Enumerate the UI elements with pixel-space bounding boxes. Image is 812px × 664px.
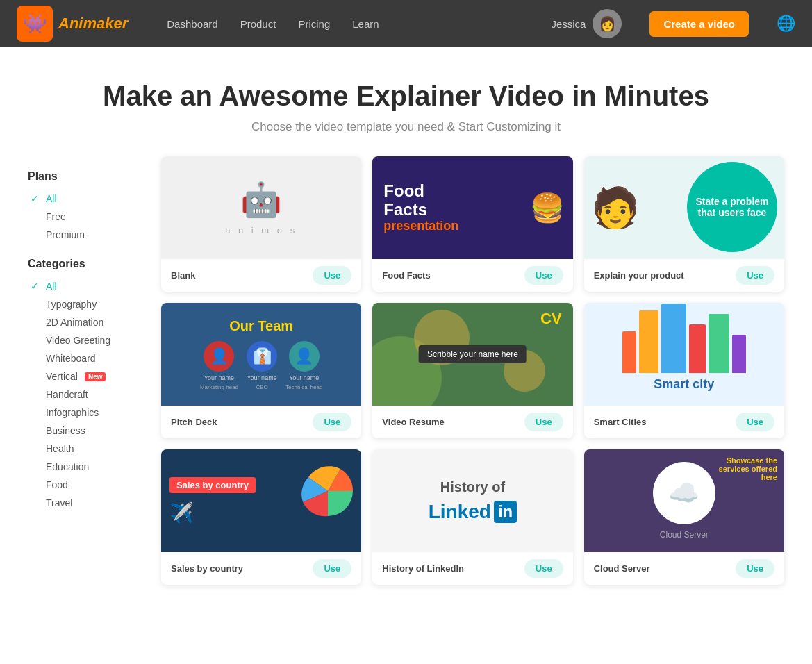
cat-infographics[interactable]: Infographics xyxy=(28,404,139,422)
template-thumb-smart: Smart city xyxy=(584,303,784,406)
cat-typography[interactable]: Typography xyxy=(28,295,139,313)
cat-handcraft-label: Handcraft xyxy=(46,389,88,400)
li-title: History of xyxy=(440,479,505,495)
use-button-food-facts[interactable]: Use xyxy=(524,266,563,285)
building-2 xyxy=(639,310,658,373)
plan-premium-label: Premium xyxy=(46,229,85,240)
use-button-blank[interactable]: Use xyxy=(313,266,351,285)
cat-health-label: Health xyxy=(46,443,74,454)
li-in: in xyxy=(494,501,517,523)
nav-link-dashboard[interactable]: Dashboard xyxy=(167,18,217,30)
nav-links: Dashboard Product Pricing Learn xyxy=(167,18,379,30)
template-card-blank: 🤖 a n i m o s Blank Use xyxy=(161,156,361,292)
hero-section: Make an Awesome Explainer Video in Minut… xyxy=(0,47,812,156)
pitch-avatar-1: 👤 Your name Marketing head xyxy=(200,341,238,390)
pitch-avatar-name-2: Your name xyxy=(247,374,276,381)
use-button-cloud[interactable]: Use xyxy=(736,559,774,578)
ff-icon: 🍔 xyxy=(530,192,565,224)
cat-vertical[interactable]: Vertical New xyxy=(28,367,139,385)
plan-free[interactable]: Free xyxy=(28,208,139,226)
cat-travel[interactable]: Travel xyxy=(28,494,139,512)
pitch-avatar-circle-2: 👔 xyxy=(247,341,277,372)
template-footer-explain: Explain your product Use xyxy=(584,259,784,292)
cat-typography-label: Typography xyxy=(46,299,97,310)
pitch-avatar-circle-1: 👤 xyxy=(204,341,234,372)
cat-travel-label: Travel xyxy=(46,497,72,508)
explain-character: 🧑 xyxy=(591,185,640,231)
navbar: 👾 Animaker Dashboard Product Pricing Lea… xyxy=(0,0,812,47)
template-footer-food-facts: Food Facts Use xyxy=(372,259,572,292)
cloud-center: ☁️ Cloud Server xyxy=(653,462,715,540)
check-icon: ✓ xyxy=(31,193,42,204)
template-name-resume: Video Resume xyxy=(382,417,444,427)
pitch-avatars: 👤 Your name Marketing head 👔 Your name C… xyxy=(200,341,323,390)
pitch-avatar-role-3: Technical head xyxy=(285,384,322,390)
nav-link-pricing[interactable]: Pricing xyxy=(298,18,330,30)
template-name-sales: Sales by country xyxy=(171,563,243,574)
robot-icon: 🤖 xyxy=(240,181,282,219)
template-card-cloud: ☁️ Cloud Server Showcase the services of… xyxy=(584,449,784,585)
plan-free-label: Free xyxy=(46,211,66,222)
template-card-sales: Sales by country ✈️ Sales by country Use xyxy=(161,449,361,585)
cat-all[interactable]: ✓ All xyxy=(28,277,139,295)
template-name-blank: Blank xyxy=(171,270,195,281)
globe-icon[interactable]: 🌐 xyxy=(777,15,795,33)
template-grid: 🤖 a n i m o s Blank Use FoodFacts presen… xyxy=(161,156,784,585)
template-thumb-pitch: Our Team 👤 Your name Marketing head 👔 Yo… xyxy=(161,303,361,406)
template-thumb-explain: 🧑 State a problem that users face xyxy=(584,156,784,259)
pitch-avatar-name-1: Your name xyxy=(204,374,234,381)
smart-buildings xyxy=(622,317,746,373)
template-name-linkedin: History of LinkedIn xyxy=(382,563,464,574)
cat-health[interactable]: Health xyxy=(28,440,139,458)
hero-subtitle: Choose the video template you need & Sta… xyxy=(17,120,795,134)
cat-whiteboard-label: Whiteboard xyxy=(46,353,96,364)
cat-vertical-label: Vertical xyxy=(46,371,78,382)
template-thumb-linkedin: History of Linked in xyxy=(372,449,572,552)
use-button-pitch[interactable]: Use xyxy=(313,413,351,431)
create-video-button[interactable]: Create a video xyxy=(649,11,749,37)
building-6 xyxy=(732,335,746,373)
cat-2d-animation[interactable]: 2D Animation xyxy=(28,313,139,331)
cat-check-icon: ✓ xyxy=(31,281,42,292)
building-3 xyxy=(661,304,686,373)
nav-link-product[interactable]: Product xyxy=(240,18,276,30)
pitch-avatar-role-1: Marketing head xyxy=(200,384,238,390)
use-button-linkedin[interactable]: Use xyxy=(524,559,563,578)
plan-all[interactable]: ✓ All xyxy=(28,190,139,208)
logo[interactable]: 👾 Animaker xyxy=(17,6,128,42)
cat-whiteboard[interactable]: Whiteboard xyxy=(28,349,139,367)
nav-link-learn[interactable]: Learn xyxy=(352,18,379,30)
use-button-explain[interactable]: Use xyxy=(736,266,774,285)
pitch-avatar-role-2: CEO xyxy=(256,384,267,390)
cat-food[interactable]: Food xyxy=(28,476,139,494)
plan-premium[interactable]: Premium xyxy=(28,226,139,244)
cat-business[interactable]: Business xyxy=(28,422,139,440)
cat-all-label: All xyxy=(46,281,57,292)
template-name-smart: Smart Cities xyxy=(594,417,647,427)
template-card-explain: 🧑 State a problem that users face Explai… xyxy=(584,156,784,292)
user-section: Jessica 👩 xyxy=(551,9,622,38)
template-card-pitch: Our Team 👤 Your name Marketing head 👔 Yo… xyxy=(161,303,361,438)
new-badge: New xyxy=(85,372,106,381)
smart-title: Smart city xyxy=(654,377,714,392)
use-button-resume[interactable]: Use xyxy=(524,413,563,431)
cat-education-label: Education xyxy=(46,461,89,472)
template-thumb-cloud: ☁️ Cloud Server Showcase the services of… xyxy=(584,449,784,552)
cat-handcraft[interactable]: Handcraft xyxy=(28,385,139,404)
avatar[interactable]: 👩 xyxy=(593,9,622,38)
hero-title: Make an Awesome Explainer Video in Minut… xyxy=(17,81,795,112)
plan-all-label: All xyxy=(46,193,57,204)
template-thumb-sales: Sales by country ✈️ xyxy=(161,449,361,552)
explain-bubble: State a problem that users face xyxy=(687,162,777,252)
cat-2d-label: 2D Animation xyxy=(46,317,103,328)
cat-video-greeting[interactable]: Video Greeting xyxy=(28,331,139,349)
li-logo: Linked in xyxy=(429,501,517,523)
template-footer-resume: Video Resume Use xyxy=(372,406,572,438)
pitch-avatar-2: 👔 Your name CEO xyxy=(247,341,277,390)
use-button-sales[interactable]: Use xyxy=(313,559,351,578)
template-name-food-facts: Food Facts xyxy=(382,270,430,281)
cat-education[interactable]: Education xyxy=(28,458,139,476)
ff-sub: presentation xyxy=(383,219,458,233)
use-button-smart[interactable]: Use xyxy=(736,413,774,431)
cat-food-label: Food xyxy=(46,479,68,490)
